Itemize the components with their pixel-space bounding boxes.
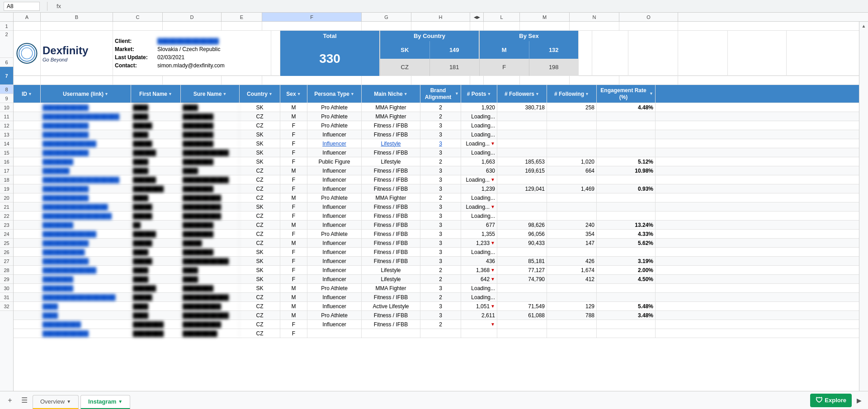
col-i-nav[interactable]: ◀▶ [470,13,484,21]
cell-b1[interactable] [41,22,113,30]
username-cell-26[interactable]: ██████████████ [41,266,131,274]
username-cell-30[interactable]: ████ [41,302,131,310]
row-22[interactable]: 22 [0,212,13,221]
row-32[interactable]: 32 [0,302,13,311]
persona-cell-12[interactable]: Influencer [307,139,362,148]
cell-m1[interactable] [520,22,570,30]
username-cell-31[interactable]: ████ [41,311,131,320]
username-cell-19[interactable]: █████████████████ [41,202,131,211]
header-username[interactable]: Username (link) ▼ [41,85,131,103]
col-o[interactable]: O [619,13,678,21]
cell-m6[interactable] [520,76,570,85]
row-12[interactable]: 12 [0,121,13,130]
filter-followers-icon[interactable]: ▼ [535,92,539,96]
username-cell-16[interactable]: ████████████████████ [41,175,131,184]
cell-f6[interactable] [262,76,362,85]
formula-input[interactable] [70,2,864,10]
row-20[interactable]: 20 [0,193,13,202]
row-10[interactable]: 10 [0,103,13,112]
username-cell-18[interactable]: ████████████ [41,193,131,202]
cell-i1[interactable] [470,22,484,30]
col-b[interactable]: B [41,13,113,21]
collapse-button[interactable]: ▶ [854,395,864,406]
filter-engagement-icon[interactable]: ▼ [649,91,653,96]
col-f[interactable]: F [262,13,362,21]
cell-i6[interactable] [470,76,484,85]
cell-c6[interactable] [113,76,163,85]
cell-a1[interactable] [14,22,41,30]
row-29[interactable]: 29 [0,275,13,284]
col-m[interactable]: M [520,13,570,21]
row-23[interactable]: 23 [0,221,13,230]
cell-o6[interactable] [619,76,678,85]
col-g[interactable]: G [362,13,411,21]
filter-posts-icon[interactable]: ▼ [487,92,491,96]
cell-a6[interactable] [14,76,41,85]
username-cell-13[interactable]: ████████████ [41,148,131,157]
col-l[interactable]: L [484,13,520,21]
header-engagement[interactable]: Engagement Rate (%) ▼ [597,85,656,103]
filter-surname-icon[interactable]: ▼ [222,92,226,96]
username-cell-28[interactable]: ████████ [41,284,131,292]
cell-g6[interactable] [362,76,411,85]
username-cell-21[interactable]: ████████ [41,221,131,229]
add-sheet-button[interactable]: + [4,394,16,407]
cell-c1[interactable] [113,22,163,30]
filter-brand-icon[interactable]: ▼ [455,91,459,96]
header-sex[interactable]: Sex ▼ [280,85,307,103]
username-cell-14[interactable]: ████████ [41,157,131,166]
username-cell-9[interactable]: ████████████████████ [41,112,131,121]
filter-username-icon[interactable]: ▼ [104,92,108,96]
header-id[interactable]: ID ▼ [14,85,41,103]
col-d[interactable]: D [163,13,222,21]
row-2[interactable]: 2 [0,31,13,58]
row-15[interactable]: 15 [0,148,13,157]
username-cell-12[interactable]: ██████████████ [41,139,131,148]
header-followers[interactable]: # Followers ▼ [497,85,547,103]
username-cell-22[interactable]: ██████████████ [41,230,131,238]
username-cell-32[interactable]: ████████████ [41,329,131,338]
cell-l1[interactable] [484,22,520,30]
row-7[interactable]: 7 [0,67,13,85]
username-cell-17[interactable]: ████████████ [41,184,131,193]
tab-overview[interactable]: Overview ▼ [33,395,79,409]
row-16[interactable]: 16 [0,157,13,166]
row-26[interactable]: 26 [0,248,13,257]
header-firstname[interactable]: First Name ▼ [131,85,181,103]
username-cell-10[interactable]: ████████████ [41,121,131,130]
header-surname[interactable]: Sure Name ▼ [181,85,240,103]
row-1[interactable]: 1 [0,22,13,31]
col-a[interactable]: A [14,13,41,21]
filter-niche-icon[interactable]: ▼ [404,92,408,96]
username-cell-23[interactable]: ████████████ [41,239,131,247]
row-18[interactable]: 18 [0,175,13,184]
row-13[interactable]: 13 [0,130,13,139]
username-cell-25[interactable]: ████████████ [41,257,131,265]
username-cell-32[interactable]: ██████████ [41,320,131,329]
row-14[interactable]: 14 [0,139,13,148]
row-21[interactable]: 21 [0,202,13,212]
row-30[interactable]: 30 [0,284,13,293]
col-c[interactable]: C [113,13,163,21]
corner-cell[interactable] [0,13,14,21]
filter-id-icon[interactable]: ▼ [28,92,32,96]
header-brand[interactable]: Brand Alignment ▼ [420,85,461,103]
row-25[interactable]: 25 [0,239,13,248]
cell-n1[interactable] [570,22,619,30]
cell-d1[interactable] [163,22,222,30]
row-24[interactable]: 24 [0,230,13,239]
sheet-menu-button[interactable]: ☰ [18,394,31,407]
grid[interactable]: Dexfinity Go Beyond Client: ████████████… [14,22,859,391]
cell-b6[interactable] [41,76,113,85]
row-27[interactable]: 27 [0,257,13,266]
filter-firstname-icon[interactable]: ▼ [168,92,172,96]
filter-following-icon[interactable]: ▼ [585,92,589,96]
col-e[interactable]: E [222,13,262,21]
explore-button[interactable]: 🛡 Explore [810,394,852,407]
row-9[interactable]: 9 [0,94,13,103]
row-31[interactable]: 31 [0,293,13,302]
row-19[interactable]: 19 [0,184,13,193]
tab-instagram[interactable]: Instagram ▼ [80,395,130,409]
username-cell-29[interactable]: ███████████████████ [41,293,131,301]
cell-h1[interactable] [411,22,470,30]
